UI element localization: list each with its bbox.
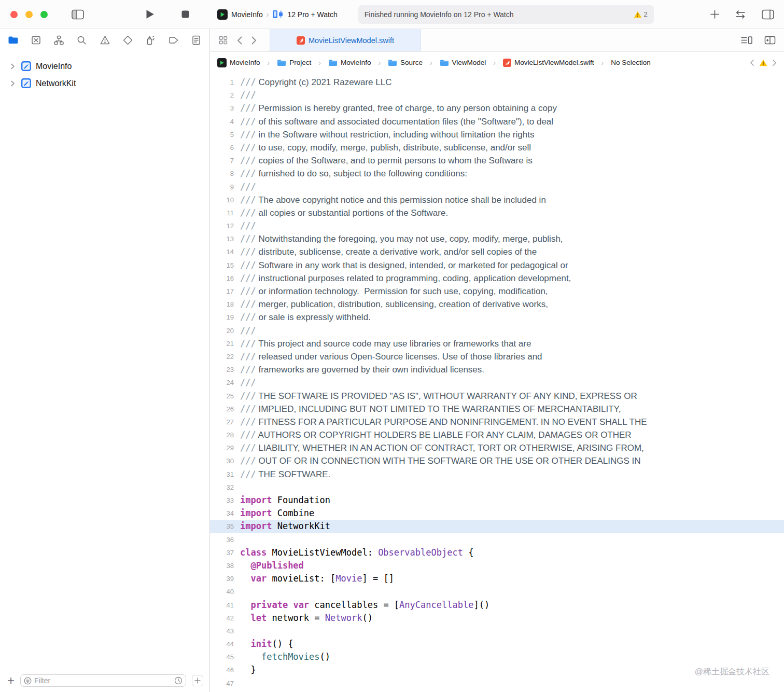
minimize-button[interactable] [25, 11, 33, 18]
filter-input[interactable] [34, 676, 172, 685]
code-line[interactable]: 34import Combine [210, 507, 784, 520]
code-line[interactable]: 40 [210, 585, 784, 598]
code-line[interactable]: 22/// released under various Open-Source… [210, 350, 784, 363]
zoom-button[interactable] [40, 11, 48, 18]
source-control-navigator-tab[interactable] [31, 35, 41, 46]
code-line[interactable]: 43 [210, 625, 784, 638]
line-number[interactable]: 19 [210, 311, 240, 324]
line-number[interactable]: 43 [210, 625, 240, 638]
line-number[interactable]: 33 [210, 494, 240, 507]
code-line[interactable]: 17/// or information technology. Permiss… [210, 285, 784, 298]
breakpoint-navigator-tab[interactable] [168, 35, 179, 46]
line-number[interactable]: 45 [210, 651, 240, 663]
code-line[interactable]: 23/// frameworks are governed by their o… [210, 363, 784, 376]
line-number[interactable]: 12 [210, 219, 240, 232]
code-line[interactable]: 16/// instructional purposes related to … [210, 272, 784, 285]
previous-issue-button[interactable] [750, 59, 754, 66]
breadcrumb-item[interactable]: MovieInfo [328, 59, 371, 66]
navigator-item-networkkit[interactable]: NetworkKit [0, 75, 209, 92]
add-editor-button[interactable] [764, 36, 776, 45]
forward-button[interactable] [251, 36, 257, 45]
code-line[interactable]: 35import NetworkKit [210, 520, 784, 533]
code-line[interactable]: 14/// distribute, sublicense, create a d… [210, 245, 784, 258]
code-line[interactable]: 25/// THE SOFTWARE IS PROVIDED "AS IS", … [210, 390, 784, 403]
activity-view[interactable]: Finished running MovieInfo on 12 Pro + W… [358, 5, 654, 24]
scheme-selector[interactable]: MovieInfo › 12 Pro + Watch [217, 9, 338, 20]
code-line[interactable]: 4/// of this software and associated doc… [210, 115, 784, 128]
toggle-navigator-button[interactable] [72, 9, 85, 20]
line-number[interactable]: 36 [210, 533, 240, 546]
code-line[interactable]: 13/// Notwithstanding the foregoing, you… [210, 232, 784, 245]
code-line[interactable]: 39 var movieList: [Movie] = [] [210, 572, 784, 585]
close-button[interactable] [10, 11, 18, 18]
line-number[interactable]: 5 [210, 128, 240, 141]
line-number[interactable]: 42 [210, 612, 240, 625]
code-line[interactable]: 3/// Permission is hereby granted, free … [210, 102, 784, 115]
line-number[interactable]: 46 [210, 663, 240, 676]
line-number[interactable]: 1 [210, 76, 240, 89]
line-number[interactable]: 13 [210, 232, 240, 245]
breadcrumb-item[interactable]: Project [277, 59, 311, 66]
toggle-inspector-button[interactable] [762, 9, 775, 20]
line-number[interactable]: 34 [210, 507, 240, 520]
breadcrumb-item[interactable]: No Selection [611, 59, 651, 66]
line-number[interactable]: 41 [210, 599, 240, 612]
line-number[interactable]: 37 [210, 546, 240, 559]
line-number[interactable]: 29 [210, 441, 240, 454]
line-number[interactable]: 40 [210, 585, 240, 598]
code-line[interactable]: 24/// [210, 376, 784, 389]
code-line[interactable]: 15/// Software in any work that is desig… [210, 259, 784, 272]
line-number[interactable]: 11 [210, 206, 240, 219]
code-line[interactable]: 21/// This project and source code may u… [210, 337, 784, 350]
code-line[interactable]: 1/// Copyright (c) 2021 Razeware LLC [210, 76, 784, 89]
stop-button[interactable] [181, 10, 189, 18]
code-line[interactable]: 31/// THE SOFTWARE. [210, 468, 784, 481]
code-line[interactable]: 12/// [210, 219, 784, 232]
code-line[interactable]: 45 fetchMovies() [210, 651, 784, 663]
filter-field[interactable] [20, 674, 186, 687]
code-line[interactable]: 48 func fetchMovies() { [210, 690, 784, 692]
test-navigator-tab[interactable] [122, 35, 133, 46]
source-editor[interactable]: 1/// Copyright (c) 2021 Razeware LLC2///… [210, 73, 784, 692]
line-number[interactable]: 7 [210, 154, 240, 167]
code-line[interactable]: 38 @Published [210, 559, 784, 572]
line-number[interactable]: 31 [210, 468, 240, 481]
code-line[interactable]: 20/// [210, 324, 784, 337]
line-number[interactable]: 27 [210, 416, 240, 428]
project-navigator-tab[interactable] [8, 35, 19, 46]
line-number[interactable]: 20 [210, 324, 240, 337]
line-number[interactable]: 22 [210, 350, 240, 363]
line-number[interactable]: 25 [210, 390, 240, 403]
warning-count-badge[interactable]: 2 [634, 10, 648, 18]
run-button[interactable] [146, 9, 155, 19]
symbol-navigator-tab[interactable] [53, 35, 64, 46]
line-number[interactable]: 21 [210, 337, 240, 350]
breadcrumb-item[interactable]: MovieListViewModel.swift [503, 59, 594, 67]
report-navigator-tab[interactable] [191, 35, 202, 46]
line-number[interactable]: 28 [210, 428, 240, 441]
code-line[interactable]: 9/// [210, 181, 784, 193]
next-issue-button[interactable] [772, 59, 777, 66]
breadcrumb-item[interactable]: MovieInfo [217, 58, 260, 67]
line-number[interactable]: 39 [210, 572, 240, 585]
library-button[interactable] [710, 10, 719, 19]
line-number[interactable]: 18 [210, 298, 240, 311]
code-line[interactable]: 42 let network = Network() [210, 612, 784, 625]
line-number[interactable]: 48 [210, 690, 240, 692]
navigator-item-movieinfo[interactable]: MovieInfo [0, 58, 209, 75]
code-line[interactable]: 8/// furnished to do so, subject to the … [210, 167, 784, 180]
debug-navigator-tab[interactable] [145, 35, 156, 46]
back-button[interactable] [236, 36, 243, 45]
editor-tab-movielistviewmodel[interactable]: MovieListViewModel.swift [270, 29, 421, 51]
code-line[interactable]: 26/// IMPLIED, INCLUDING BUT NOT LIMITED… [210, 403, 784, 416]
line-number[interactable]: 23 [210, 363, 240, 376]
code-line[interactable]: 2/// [210, 89, 784, 102]
code-line[interactable]: 36 [210, 533, 784, 546]
line-number[interactable]: 30 [210, 454, 240, 467]
recent-clock-icon[interactable] [174, 676, 183, 685]
disclosure-chevron-icon[interactable] [10, 80, 17, 87]
breadcrumb-item[interactable]: Source [388, 59, 423, 66]
code-line[interactable]: 18/// merger, publication, distribution,… [210, 298, 784, 311]
line-number[interactable]: 14 [210, 245, 240, 258]
line-number[interactable]: 24 [210, 376, 240, 389]
